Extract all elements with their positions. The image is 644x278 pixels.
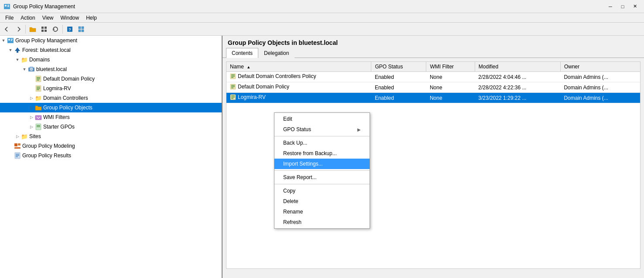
- ddp-icon: [35, 75, 42, 82]
- tab-delegation[interactable]: Delegation: [258, 48, 295, 58]
- bluetest-icon: [28, 66, 35, 73]
- table-row[interactable]: Default Domain Policy Enabled None 2/28/…: [226, 82, 640, 93]
- cell-modified: 2/28/2022 4:04:46 ...: [475, 72, 560, 82]
- ctx-refresh[interactable]: Refresh: [274, 217, 370, 227]
- grid-button[interactable]: [39, 24, 49, 34]
- ctx-edit[interactable]: Edit: [274, 114, 370, 124]
- col-wmi-filter[interactable]: WMI Filter: [426, 62, 475, 72]
- tree-item-ddp[interactable]: ▷ Default Domain Policy: [0, 74, 222, 84]
- svg-rect-10: [79, 27, 81, 29]
- svg-rect-26: [37, 77, 40, 78]
- svg-rect-33: [35, 115, 41, 120]
- toolbar: ?: [0, 23, 644, 36]
- tree-item-dc[interactable]: ▷ 📁 Domain Controllers: [0, 93, 222, 103]
- maximize-button[interactable]: □: [617, 2, 628, 11]
- tree-label-domains: Domains: [29, 57, 50, 63]
- tree-item-sites[interactable]: ▷ 📁 Sites: [0, 132, 222, 141]
- col-gpo-status[interactable]: GPO Status: [371, 62, 426, 72]
- folder-button[interactable]: [27, 24, 38, 34]
- tree-item-root[interactable]: ▼ Group Policy Management: [0, 36, 222, 45]
- tree-item-modeling[interactable]: ▷ Group Policy Modeling: [0, 141, 222, 151]
- tree-container[interactable]: ▼ Group Policy Management ▼: [0, 36, 222, 278]
- ctx-import[interactable]: Import Settings...: [274, 159, 370, 169]
- table-row[interactable]: Default Domain Controllers Policy Enable…: [226, 72, 640, 82]
- menu-action[interactable]: Action: [17, 14, 38, 22]
- ctx-save-report[interactable]: Save Report...: [274, 172, 370, 183]
- svg-rect-16: [11, 39, 13, 40]
- col-modified[interactable]: Modified: [475, 62, 560, 72]
- svg-rect-45: [231, 75, 235, 75]
- expander-wmi[interactable]: ▷: [28, 114, 35, 121]
- cell-owner: Domain Admins (...: [560, 72, 640, 82]
- forward-button[interactable]: [13, 24, 24, 34]
- svg-rect-55: [231, 98, 233, 99]
- ctx-restore[interactable]: Restore from Backup...: [274, 148, 370, 159]
- tree-label-gpo: Group Policy Objects: [43, 105, 92, 111]
- tab-contents[interactable]: Contents: [226, 48, 258, 58]
- modeling-icon: [14, 142, 21, 149]
- tree-item-forest[interactable]: ▼ Forest: bluetest.local: [0, 45, 222, 55]
- expander-forest[interactable]: ▼: [7, 47, 14, 54]
- tree-item-bluetest[interactable]: ▼ bluetest.local: [0, 64, 222, 74]
- svg-rect-53: [231, 95, 235, 96]
- menu-help[interactable]: Help: [82, 14, 100, 22]
- expander-bluetest[interactable]: ▼: [21, 66, 28, 73]
- svg-rect-7: [45, 30, 47, 32]
- tree-item-gpo[interactable]: ▷ Group Policy Objects: [0, 103, 222, 112]
- ctx-delete[interactable]: Delete: [274, 196, 370, 207]
- ctx-backup[interactable]: Back Up...: [274, 138, 370, 148]
- right-panel-header: Group Policy Objects in bluetest.local: [223, 36, 644, 48]
- col-name[interactable]: Name ▲: [226, 62, 371, 72]
- grid-icon: [41, 26, 47, 32]
- ctx-rename[interactable]: Rename: [274, 207, 370, 217]
- svg-rect-41: [16, 154, 19, 155]
- table-header: Name ▲ GPO Status WMI Filter Modified Ow…: [226, 62, 640, 72]
- ctx-gpo-status[interactable]: GPO Status ▶: [274, 124, 370, 135]
- table-row-selected[interactable]: Logmira-RV Enabled None 3/23/2022 1:29:2…: [226, 93, 640, 103]
- toolbar-sep-2: [62, 25, 63, 34]
- expander-gpo[interactable]: ▷: [28, 104, 35, 111]
- svg-rect-38: [18, 143, 21, 146]
- table-body: Default Domain Controllers Policy Enable…: [226, 72, 640, 103]
- col-owner[interactable]: Owner: [560, 62, 640, 72]
- svg-rect-43: [16, 156, 18, 157]
- tree-label-wmi: WMI Filters: [43, 114, 70, 120]
- help-button[interactable]: ?: [65, 24, 75, 34]
- cell-status: Enabled: [371, 93, 426, 103]
- refresh-button[interactable]: [50, 24, 61, 34]
- mmc-icon: [78, 26, 84, 32]
- context-menu: Edit GPO Status ▶ Back Up... Restore fro…: [274, 112, 370, 229]
- forest-icon: [14, 47, 21, 54]
- svg-rect-50: [231, 86, 235, 87]
- expander-dc[interactable]: ▷: [28, 95, 35, 102]
- tree-label-bluetest: bluetest.local: [36, 66, 67, 72]
- back-icon: [4, 26, 10, 32]
- back-button[interactable]: [2, 24, 12, 34]
- expander-domains[interactable]: ▼: [14, 56, 21, 63]
- close-button[interactable]: ✕: [629, 2, 641, 11]
- expander-root[interactable]: ▼: [0, 37, 7, 44]
- menu-file[interactable]: File: [2, 14, 17, 22]
- svg-marker-18: [15, 47, 20, 51]
- menu-window[interactable]: Window: [57, 14, 83, 22]
- svg-rect-46: [231, 76, 235, 77]
- cell-owner: Domain Admins (...: [560, 82, 640, 93]
- gpo-table: Name ▲ GPO Status WMI Filter Modified Ow…: [226, 62, 640, 103]
- svg-rect-37: [14, 143, 17, 146]
- minimize-button[interactable]: ─: [605, 2, 616, 11]
- expander-starter[interactable]: ▷: [28, 123, 35, 130]
- expander-sites[interactable]: ▷: [14, 133, 21, 140]
- ctx-copy[interactable]: Copy: [274, 186, 370, 196]
- svg-rect-3: [7, 6, 9, 7]
- sort-arrow-name: ▲: [247, 65, 250, 69]
- mmc-button[interactable]: [76, 24, 86, 34]
- menu-view[interactable]: View: [39, 14, 57, 22]
- menu-bar: File Action View Window Help: [0, 13, 644, 23]
- svg-rect-36: [37, 126, 40, 127]
- tree-item-wmi[interactable]: ▷ WMI Filters: [0, 112, 222, 122]
- help-icon: ?: [67, 26, 73, 32]
- tree-item-domains[interactable]: ▼ 📁 Domains: [0, 55, 222, 64]
- tree-item-starter[interactable]: ▷ Starter GPOs: [0, 122, 222, 132]
- tree-item-logmira[interactable]: ▷ Logmira-RV: [0, 84, 222, 93]
- tree-item-results[interactable]: ▷ Group Policy Results: [0, 151, 222, 160]
